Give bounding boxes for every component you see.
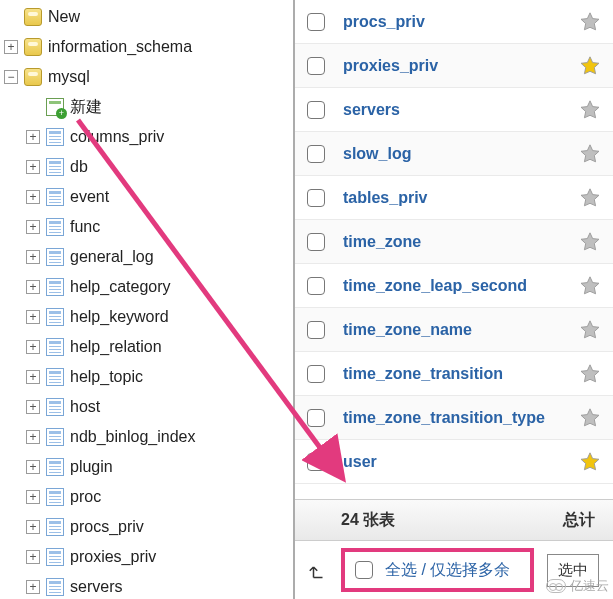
- tree-table-host[interactable]: +host: [0, 392, 293, 422]
- table-link[interactable]: time_zone: [343, 233, 573, 251]
- tree-label: event: [70, 188, 109, 206]
- favorite-star-icon[interactable]: [579, 363, 601, 385]
- expand-toggle[interactable]: +: [26, 340, 40, 354]
- table-icon: [46, 338, 64, 356]
- table-icon: [46, 188, 64, 206]
- favorite-star-icon[interactable]: [579, 319, 601, 341]
- expand-toggle[interactable]: +: [26, 580, 40, 594]
- tree-label: host: [70, 398, 100, 416]
- table-link[interactable]: time_zone_name: [343, 321, 573, 339]
- expand-toggle[interactable]: +: [26, 400, 40, 414]
- row-checkbox[interactable]: [307, 321, 325, 339]
- tree-table-event[interactable]: +event: [0, 182, 293, 212]
- row-checkbox[interactable]: [307, 277, 325, 295]
- tree-table-general_log[interactable]: +general_log: [0, 242, 293, 272]
- table-icon: [46, 398, 64, 416]
- expand-toggle[interactable]: +: [26, 520, 40, 534]
- table-link[interactable]: tables_priv: [343, 189, 573, 207]
- expand-toggle[interactable]: +: [26, 370, 40, 384]
- tree-table-help_category[interactable]: +help_category: [0, 272, 293, 302]
- favorite-star-icon[interactable]: [579, 187, 601, 209]
- expand-toggle[interactable]: +: [26, 490, 40, 504]
- favorite-star-icon[interactable]: [579, 451, 601, 473]
- tree-table-help_topic[interactable]: +help_topic: [0, 362, 293, 392]
- tree-label: mysql: [48, 68, 90, 86]
- table-icon: [46, 458, 64, 476]
- table-row: time_zone_leap_second: [295, 264, 613, 308]
- favorite-star-icon[interactable]: [579, 231, 601, 253]
- expand-toggle[interactable]: +: [26, 460, 40, 474]
- tree-new-table[interactable]: 新建: [0, 92, 293, 122]
- favorite-star-icon[interactable]: [579, 275, 601, 297]
- expand-toggle[interactable]: +: [26, 310, 40, 324]
- sidebar-tree: New+information_schema−mysql新建+columns_p…: [0, 0, 295, 599]
- tree-label: db: [70, 158, 88, 176]
- expand-toggle[interactable]: −: [4, 70, 18, 84]
- tree-table-help_keyword[interactable]: +help_keyword: [0, 302, 293, 332]
- tree-table-proxies_priv[interactable]: +proxies_priv: [0, 542, 293, 572]
- row-checkbox[interactable]: [307, 365, 325, 383]
- table-link[interactable]: procs_priv: [343, 13, 573, 31]
- tree-table-plugin[interactable]: +plugin: [0, 452, 293, 482]
- table-icon: [46, 518, 64, 536]
- favorite-star-icon[interactable]: [579, 407, 601, 429]
- table-row: user: [295, 440, 613, 484]
- table-icon: [46, 578, 64, 596]
- up-arrow-icon: [309, 559, 327, 581]
- select-all-checkbox[interactable]: [355, 561, 373, 579]
- table-link[interactable]: time_zone_transition_type: [343, 409, 573, 427]
- tree-db-information_schema[interactable]: +information_schema: [0, 32, 293, 62]
- expand-toggle[interactable]: +: [4, 40, 18, 54]
- expand-toggle[interactable]: +: [26, 550, 40, 564]
- table-link[interactable]: proxies_priv: [343, 57, 573, 75]
- row-checkbox[interactable]: [307, 189, 325, 207]
- expand-toggle[interactable]: +: [26, 190, 40, 204]
- tree-table-proc[interactable]: +proc: [0, 482, 293, 512]
- tree-db-New[interactable]: New: [0, 2, 293, 32]
- tree-label: 新建: [70, 97, 102, 118]
- favorite-star-icon[interactable]: [579, 55, 601, 77]
- tree-table-func[interactable]: +func: [0, 212, 293, 242]
- tree-table-servers[interactable]: +servers: [0, 572, 293, 599]
- select-all-box[interactable]: 全选 / 仅选择多余: [341, 548, 534, 592]
- new-table-icon: [46, 98, 64, 116]
- row-checkbox[interactable]: [307, 233, 325, 251]
- tree-table-db[interactable]: +db: [0, 152, 293, 182]
- tree-table-ndb_binlog_index[interactable]: +ndb_binlog_index: [0, 422, 293, 452]
- expand-toggle[interactable]: +: [26, 220, 40, 234]
- expand-toggle[interactable]: +: [26, 250, 40, 264]
- tree-db-mysql[interactable]: −mysql: [0, 62, 293, 92]
- row-checkbox[interactable]: [307, 57, 325, 75]
- table-row: procs_priv: [295, 0, 613, 44]
- table-panel: procs_privproxies_privserversslow_logtab…: [295, 0, 613, 599]
- row-checkbox[interactable]: [307, 101, 325, 119]
- expand-toggle[interactable]: +: [26, 160, 40, 174]
- database-icon: [24, 68, 42, 86]
- table-link[interactable]: servers: [343, 101, 573, 119]
- favorite-star-icon[interactable]: [579, 99, 601, 121]
- favorite-star-icon[interactable]: [579, 143, 601, 165]
- tree-label: func: [70, 218, 100, 236]
- table-link[interactable]: user: [343, 453, 573, 471]
- tree-label: ndb_binlog_index: [70, 428, 195, 446]
- expand-toggle[interactable]: +: [26, 280, 40, 294]
- table-link[interactable]: time_zone_leap_second: [343, 277, 573, 295]
- tree-table-columns_priv[interactable]: +columns_priv: [0, 122, 293, 152]
- row-checkbox[interactable]: [307, 409, 325, 427]
- table-link[interactable]: slow_log: [343, 145, 573, 163]
- tree-table-help_relation[interactable]: +help_relation: [0, 332, 293, 362]
- tree-label: information_schema: [48, 38, 192, 56]
- expand-toggle[interactable]: +: [26, 130, 40, 144]
- tree-label: general_log: [70, 248, 154, 266]
- expand-toggle[interactable]: +: [26, 430, 40, 444]
- tree-table-procs_priv[interactable]: +procs_priv: [0, 512, 293, 542]
- tree-label: plugin: [70, 458, 113, 476]
- row-checkbox[interactable]: [307, 145, 325, 163]
- row-checkbox[interactable]: [307, 13, 325, 31]
- database-icon: [24, 38, 42, 56]
- select-all-link[interactable]: 全选 / 仅选择多余: [385, 560, 510, 581]
- favorite-star-icon[interactable]: [579, 11, 601, 33]
- table-row: proxies_priv: [295, 44, 613, 88]
- row-checkbox[interactable]: [307, 453, 325, 471]
- table-link[interactable]: time_zone_transition: [343, 365, 573, 383]
